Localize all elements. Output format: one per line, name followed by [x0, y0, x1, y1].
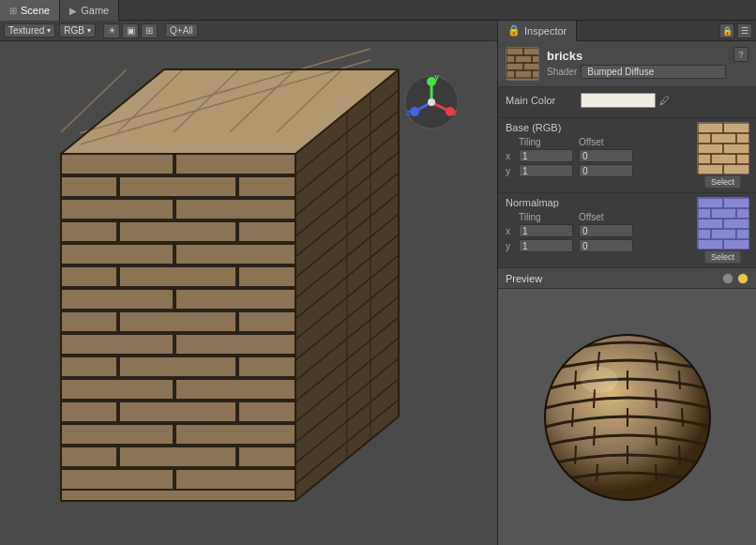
- svg-text:y: y: [434, 72, 439, 82]
- normalmap-select-btn[interactable]: Select: [704, 250, 741, 264]
- inspector-tab-icons: 🔒 ☰: [719, 23, 756, 38]
- inspector-panel: 🔒 Inspector 🔒 ☰: [498, 21, 756, 545]
- normalmap-texture-container: Select: [697, 197, 748, 264]
- shading-arrow: ▾: [47, 26, 51, 35]
- preview-dots: [722, 273, 748, 284]
- normalmap-tiling-x-input[interactable]: [519, 224, 573, 237]
- main-color-label: Main Color: [506, 95, 581, 106]
- tab-game-label: Game: [81, 5, 109, 16]
- scene-panel: Textured ▾ RGB ▾ ☀ ▣ ⊞ Q+All: [0, 21, 498, 545]
- base-rgb-label: Base (RGB): [506, 122, 691, 133]
- shader-label: Shader: [547, 67, 577, 77]
- normalmap-tiling-y-row: y: [506, 239, 691, 252]
- svg-line-145: [656, 464, 657, 481]
- inspector-tab-icon: 🔒: [507, 24, 521, 37]
- svg-point-89: [428, 98, 435, 106]
- material-thumb: [506, 47, 539, 81]
- main-layout: Textured ▾ RGB ▾ ☀ ▣ ⊞ Q+All: [0, 21, 756, 545]
- normalmap-tiling-headers: Tiling Offset: [506, 212, 691, 222]
- scene-view-svg: y x z: [0, 41, 497, 545]
- shader-value[interactable]: Bumped Diffuse: [581, 65, 726, 79]
- shading-dropdown[interactable]: Textured ▾: [4, 23, 55, 38]
- inspector-tab-bar: 🔒 Inspector 🔒 ☰: [498, 21, 756, 41]
- normalmap-tiling-x-row: x: [506, 224, 691, 237]
- normalmap-tiling-y-input[interactable]: [519, 239, 573, 252]
- normalmap-offset-x-input[interactable]: [579, 224, 633, 237]
- svg-line-131: [575, 371, 576, 389]
- scene-canvas[interactable]: y x z: [0, 41, 497, 545]
- svg-line-133: [679, 371, 680, 389]
- normalmap-offset-y-input[interactable]: [579, 239, 633, 252]
- base-y-axis: y: [506, 166, 513, 176]
- base-rgb-section: Base (RGB) Tiling Offset x y: [498, 118, 756, 193]
- scene-toolbar: Textured ▾ RGB ▾ ☀ ▣ ⊞ Q+All: [0, 21, 497, 41]
- base-tiling-y-input[interactable]: [519, 164, 573, 177]
- svg-point-147: [581, 367, 618, 393]
- svg-line-144: [597, 464, 597, 481]
- base-tiling-x-row: x: [506, 149, 691, 162]
- color-swatch[interactable]: [581, 93, 656, 108]
- normalmap-tiling-header: Tiling: [519, 212, 573, 222]
- normalmap-label: Normalmap: [506, 197, 691, 208]
- svg-point-87: [410, 107, 419, 116]
- base-select-btn[interactable]: Select: [704, 175, 741, 189]
- svg-line-143: [679, 446, 680, 464]
- tab-game[interactable]: ▶ Game: [60, 0, 119, 21]
- color-mode-arrow: ▾: [87, 26, 91, 35]
- base-texture-svg: [698, 123, 749, 174]
- preview-dot-yellow[interactable]: [737, 273, 748, 284]
- color-mode-dropdown[interactable]: RGB ▾: [59, 23, 96, 38]
- color-mode-value: RGB: [64, 25, 84, 36]
- svg-text:z: z: [406, 108, 411, 117]
- tiling-headers: Tiling Offset: [506, 137, 691, 147]
- svg-line-141: [575, 446, 576, 464]
- svg-line-138: [682, 408, 683, 427]
- svg-line-136: [572, 408, 573, 427]
- normalmap-offset-header: Offset: [579, 212, 635, 222]
- inspector-tab[interactable]: 🔒 Inspector: [498, 21, 577, 41]
- toolbar-icons: ☀ ▣ ⊞: [103, 23, 158, 38]
- normalmap-texture-svg: [698, 198, 749, 250]
- svg-line-140: [656, 427, 657, 446]
- material-info: bricks Shader Bumped Diffuse: [547, 49, 726, 79]
- tiling-header: Tiling: [519, 137, 573, 147]
- grid-btn[interactable]: ⊞: [141, 23, 158, 38]
- base-offset-x-input[interactable]: [579, 149, 633, 162]
- base-tiling-x-input[interactable]: [519, 149, 573, 162]
- base-rgb-info: Base (RGB) Tiling Offset x y: [506, 122, 691, 179]
- preview-dot-gray[interactable]: [722, 273, 733, 284]
- material-thumb-svg: [507, 48, 539, 81]
- tab-bar: ⊞ Scene ▶ Game: [0, 0, 756, 21]
- inspector-tab-label: Inspector: [524, 25, 567, 37]
- normalmap-info: Normalmap Tiling Offset x y: [506, 197, 691, 254]
- material-header: bricks Shader Bumped Diffuse ?: [498, 41, 756, 87]
- main-color-section: Main Color 🖊: [498, 87, 756, 118]
- base-texture-thumb: [697, 122, 748, 174]
- base-tiling-y-row: y: [506, 164, 691, 177]
- preview-label: Preview: [506, 273, 722, 284]
- tab-scene-label: Scene: [21, 5, 50, 16]
- preview-sphere-svg: [534, 324, 721, 511]
- normalmap-section: Normalmap Tiling Offset x y: [498, 193, 756, 268]
- svg-line-139: [594, 427, 595, 446]
- game-icon: ▶: [69, 6, 77, 16]
- normalmap-y-axis: y: [506, 241, 513, 251]
- normalmap-texture-thumb: [697, 197, 748, 249]
- preview-section: Preview: [498, 268, 756, 545]
- svg-marker-2: [61, 154, 295, 501]
- lock-btn[interactable]: 🔒: [719, 23, 734, 38]
- search-field[interactable]: Q+All: [165, 23, 198, 38]
- eyedropper-btn[interactable]: 🖊: [659, 95, 670, 106]
- menu-btn[interactable]: ☰: [737, 23, 752, 38]
- svg-text:x: x: [452, 108, 457, 117]
- search-placeholder: Q+All: [170, 25, 193, 36]
- help-btn[interactable]: ?: [733, 47, 748, 62]
- offset-header: Offset: [579, 137, 635, 147]
- tab-scene[interactable]: ⊞ Scene: [0, 0, 60, 21]
- image-btn[interactable]: ▣: [122, 23, 139, 38]
- shading-value: Textured: [8, 25, 44, 36]
- base-offset-y-input[interactable]: [579, 164, 633, 177]
- main-color-row: Main Color 🖊: [506, 93, 748, 108]
- sun-btn[interactable]: ☀: [103, 23, 120, 38]
- preview-canvas: [498, 289, 756, 545]
